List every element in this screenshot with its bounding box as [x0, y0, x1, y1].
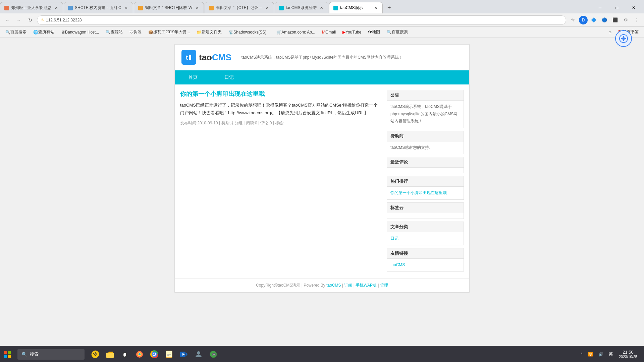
tab-6[interactable]: taoCMS演示 ✕ — [329, 2, 383, 13]
profile-button[interactable]: D — [579, 16, 588, 24]
sidebar-section-sponsor-content: taoCMS感谢您的支持。 — [387, 141, 464, 154]
taskbar-app-firefox[interactable] — [133, 348, 146, 361]
nav-diary[interactable]: 日记 — [211, 70, 247, 84]
site-wrapper: t taoCMS taoCMS演示系统，taoCMS是基于php+Mysql/S… — [174, 44, 470, 293]
footer-admin-link[interactable]: 管理 — [380, 283, 388, 288]
tab-5-close[interactable]: ✕ — [319, 5, 324, 11]
refresh-button[interactable]: ↻ — [25, 15, 35, 25]
window-controls: ─ □ ✕ — [592, 2, 644, 13]
tab-1-close[interactable]: ✕ — [53, 5, 59, 11]
bookmark-label: YouTube — [345, 30, 361, 35]
taskbar-app-penguin[interactable] — [118, 348, 131, 361]
input-method-icon: 英 — [609, 351, 613, 357]
address-text: 112.6.51.212:32328 — [46, 18, 562, 22]
tab-6-close[interactable]: ✕ — [373, 5, 378, 11]
bookmark-button[interactable]: ☆ — [568, 15, 578, 25]
tab-2[interactable]: SHCTF-校内赛道 - 山河:C ✕ — [64, 2, 133, 13]
tab-3-close[interactable]: ✕ — [194, 5, 200, 11]
tab-5[interactable]: taoCMS系统登陆 ✕ — [275, 2, 328, 13]
sidebar-section-sponsor: 赞助商 taoCMS感谢您的支持。 — [387, 131, 464, 155]
forward-button[interactable]: → — [14, 15, 23, 25]
footer-mobile-link[interactable]: 手机WAP版 — [356, 283, 377, 288]
bookmark-baidu-search[interactable]: 🔍 百度搜索 — [3, 28, 29, 36]
extension-4[interactable]: ⚙ — [621, 15, 631, 25]
bookmark-youtube[interactable]: ▶ YouTube — [340, 29, 364, 36]
extension-2[interactable]: 🔵 — [600, 15, 609, 25]
close-button[interactable]: ✕ — [626, 2, 641, 13]
sidebar-section-friends-title: 友情链接 — [387, 248, 464, 259]
logo-text: taoCMS — [199, 52, 231, 63]
bookmark-new-folder[interactable]: 📁 新建文件夹 — [194, 28, 224, 36]
bookmark-check-source[interactable]: 🔍 查源站 — [103, 28, 125, 36]
page-content: t taoCMS taoCMS演示系统，taoCMS是基于php+Mysql/S… — [0, 38, 644, 299]
bookmark-label: 百度搜索 — [10, 29, 26, 35]
article-title[interactable]: 你的第一个小脚印出现在这里哦 — [180, 90, 381, 98]
taskbar-app-chrome[interactable] — [148, 348, 161, 361]
sidebar-friend-taocms[interactable]: taoCMS — [390, 262, 405, 267]
sidebar-section-tags: 标签云 — [387, 202, 464, 219]
extension-popup[interactable] — [615, 30, 632, 47]
taskbar-clock[interactable]: 21:50 2023/10/25 — [616, 348, 640, 360]
bookmark-icon: M — [322, 30, 325, 35]
minimize-button[interactable]: ─ — [592, 2, 608, 13]
taskbar-app-cortana[interactable] — [89, 348, 102, 361]
bookmarks-more-button[interactable]: » — [607, 29, 613, 36]
taskbar-app-notepad[interactable] — [162, 348, 176, 361]
tab-2-close[interactable]: ✕ — [123, 5, 129, 11]
new-tab-button[interactable]: + — [383, 2, 395, 13]
sidebar-section-recent-comments: 最近评论 — [387, 157, 464, 173]
taskbar-app-user[interactable] — [192, 348, 205, 361]
svg-rect-3 — [190, 55, 191, 60]
bookmark-bandwagon2[interactable]: 📦 搬瓦工2019年大促... — [146, 28, 193, 36]
taskbar-app-video[interactable] — [177, 348, 191, 361]
tab-4[interactable]: 编辑文章 "【CTF】记录— ✕ — [205, 2, 274, 13]
network-icon: 🛜 — [588, 352, 593, 357]
volume-icon: 🔊 — [598, 352, 603, 357]
bookmark-bandwagon[interactable]: 🖥 Bandwagon Host... — [58, 29, 102, 36]
navigation-bar: ← → ↻ ⚠ 112.6.51.212:32328 ☆ D 🔷 🔵 ⬛ ⚙ ⋮ — [0, 13, 644, 27]
menu-button[interactable]: ⋮ — [632, 15, 641, 25]
bookmark-amazon[interactable]: 🛒 Amazon.com: Ap... — [274, 29, 318, 36]
back-button[interactable]: ← — [3, 15, 12, 25]
taskbar-search[interactable]: 🔍 搜索 — [17, 349, 85, 360]
bookmark-ss[interactable]: 📡 Shadowsocks(SS)... — [226, 29, 272, 36]
bookmark-baidu2[interactable]: 🔍 百度搜索 — [384, 28, 411, 36]
start-button[interactable] — [0, 346, 15, 362]
svg-rect-8 — [4, 355, 7, 358]
bookmark-gmail[interactable]: M Gmail — [319, 29, 338, 36]
sidebar-section-categories: 文章分类 日记 — [387, 222, 464, 245]
sidebar-category-diary[interactable]: 日记 — [390, 236, 398, 241]
sidebar: 公告 taoCMS演示系统，taoCMS是基于php+mysql/sqlite的… — [387, 90, 464, 273]
footer-subscribe-link[interactable]: 订阅 — [344, 283, 352, 288]
bookmark-folder-icon: 📁 — [197, 30, 202, 35]
bookmark-disguise[interactable]: 🛡 伪装 — [127, 28, 144, 36]
bookmark-label: Bandwagon Host... — [65, 30, 99, 35]
sidebar-hot-link[interactable]: 你的第一个小脚印出现在这里哦 — [390, 190, 447, 195]
taskbar-app-game[interactable]: 🎮 — [207, 348, 220, 361]
taskbar-app-filemanager[interactable] — [103, 348, 117, 361]
svg-rect-6 — [4, 351, 7, 354]
address-bar[interactable]: ⚠ 112.6.51.212:32328 — [37, 15, 566, 25]
taskbar-network-icon[interactable]: 🛜 — [586, 351, 595, 358]
tab-6-favicon — [333, 6, 338, 10]
footer-cms-link[interactable]: taoCMS — [326, 283, 341, 288]
taskbar-volume-icon[interactable]: 🔊 — [596, 351, 605, 358]
bookmark-all-sites[interactable]: 🌐 查所有站 — [31, 28, 57, 36]
site-header: t taoCMS taoCMS演示系统，taoCMS是基于php+Mysql/S… — [175, 45, 469, 70]
nav-home[interactable]: 首页 — [175, 70, 211, 84]
clock-date: 2023/10/25 — [619, 355, 637, 359]
extension-1[interactable]: 🔷 — [589, 15, 598, 25]
taskbar-input-method[interactable]: 英 — [607, 350, 615, 358]
tab-3-label: 编辑文章 "[SHCTF]比赛-W — [145, 5, 193, 11]
taskbar-hidden-icons[interactable]: ^ — [579, 351, 585, 358]
tab-4-close[interactable]: ✕ — [264, 5, 270, 11]
svg-point-5 — [622, 37, 625, 40]
logo-icon: t — [181, 50, 196, 65]
tab-3[interactable]: 编辑文章 "[SHCTF]比赛-W ✕ — [134, 2, 204, 13]
tab-1[interactable]: 郑州轻工业大学欢迎您 ✕ — [0, 2, 63, 13]
bookmark-map[interactable]: 🗺 地图 — [365, 28, 383, 36]
maximize-button[interactable]: □ — [609, 2, 625, 13]
tab-2-label: SHCTF-校内赛道 - 山河:C — [75, 5, 121, 11]
extension-3[interactable]: ⬛ — [610, 15, 620, 25]
main-content: 你的第一个小脚印出现在这里哦 taoCMS已经正常运行了，记录你的梦想吧！觉得像… — [180, 90, 387, 273]
